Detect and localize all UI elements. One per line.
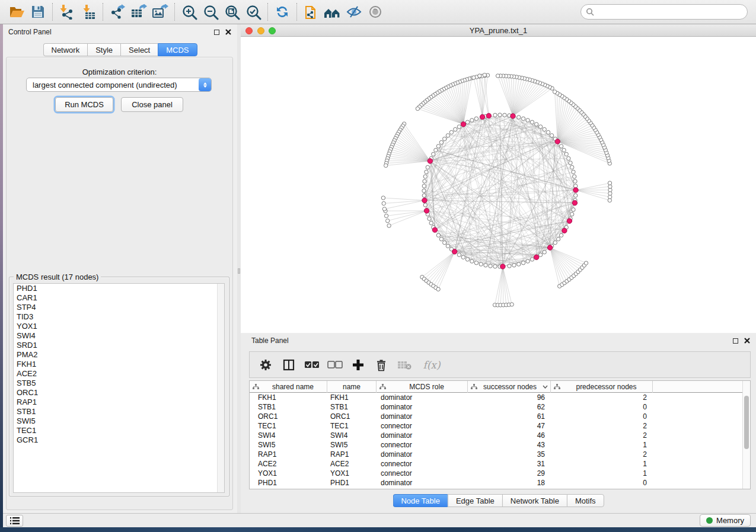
optimization-criterion-label: Optimization criterion: — [7, 68, 232, 76]
mcds-result-item[interactable]: STB5 — [14, 379, 224, 388]
criterion-select[interactable]: largest connected component (undirected) — [26, 78, 212, 92]
mcds-result-item[interactable]: SWI5 — [14, 416, 224, 426]
column-header-successor-nodes[interactable]: successor nodes — [468, 381, 551, 393]
tab-style[interactable]: Style — [87, 43, 120, 56]
cell-successor-nodes: 43 — [468, 441, 551, 449]
table-settings-gear-icon[interactable] — [257, 356, 275, 374]
mcds-result-item[interactable]: TEC1 — [14, 426, 224, 435]
cell-name: RAP1 — [327, 450, 377, 459]
network-canvas[interactable] — [241, 37, 756, 333]
table-row-YOX1[interactable]: YOX1YOX1connector291 — [250, 469, 742, 478]
mcds-result-item[interactable]: YOX1 — [14, 322, 224, 331]
open-file-icon[interactable] — [6, 2, 27, 22]
close-panel-icon[interactable] — [225, 29, 231, 35]
import-table-icon[interactable] — [78, 2, 99, 22]
cell-successor-nodes: 18 — [468, 479, 551, 487]
close-panel-button[interactable]: Close panel — [121, 97, 183, 112]
result-list-scrollbar[interactable] — [217, 284, 224, 492]
delete-column-icon[interactable] — [372, 356, 390, 374]
export-network-icon[interactable] — [107, 2, 128, 22]
network-window-titlebar[interactable]: YPA_prune.txt_1 — [241, 24, 756, 37]
table-row-ORC1[interactable]: ORC1ORC1dominator610 — [250, 412, 742, 421]
mcds-result-item[interactable]: TID3 — [14, 312, 224, 322]
deselect-all-rows-icon[interactable] — [326, 356, 344, 374]
table-row-SWI4[interactable]: SWI4SWI4dominator462 — [250, 431, 742, 440]
memory-status-icon — [706, 517, 713, 524]
close-table-panel-icon[interactable] — [744, 338, 750, 344]
show-column-panel-icon[interactable] — [280, 356, 298, 374]
zoom-in-icon[interactable] — [178, 2, 200, 22]
cell-MCDS-role: dominator — [377, 450, 468, 459]
toolbar-separator — [174, 3, 175, 21]
table-row-PHD1[interactable]: PHD1PHD1dominator180 — [250, 478, 742, 488]
table-tab-node-table[interactable]: Node Table — [393, 494, 448, 507]
column-header-shared-name[interactable]: shared name — [250, 381, 327, 393]
tab-select[interactable]: Select — [120, 43, 158, 56]
cell-predecessor-nodes: 2 — [551, 422, 653, 430]
table-scrollbar[interactable] — [742, 381, 750, 489]
mcds-result-item[interactable]: FKH1 — [14, 360, 224, 369]
table-tab-edge-table[interactable]: Edge Table — [448, 494, 502, 507]
search-icon — [586, 8, 594, 18]
table-tab-network-table[interactable]: Network Table — [502, 494, 567, 507]
cell-shared-name: TEC1 — [250, 422, 327, 430]
zoom-selected-icon[interactable] — [243, 2, 264, 22]
add-column-icon[interactable] — [349, 356, 367, 374]
hide-panel-eye-icon[interactable] — [343, 2, 365, 22]
toolbar-separator — [52, 3, 53, 21]
mcds-result-item[interactable]: ORC1 — [14, 388, 224, 398]
share-network-icon[interactable] — [301, 2, 322, 22]
mcds-result-item[interactable]: PMA2 — [14, 350, 224, 360]
show-panel-eye-icon[interactable] — [365, 2, 386, 22]
run-mcds-button[interactable]: Run MCDS — [55, 97, 113, 112]
search-input[interactable] — [580, 4, 748, 20]
save-session-icon[interactable] — [27, 2, 49, 22]
cell-successor-nodes: 96 — [468, 393, 551, 402]
float-table-panel-icon[interactable] — [733, 338, 738, 344]
mcds-result-item[interactable]: RAP1 — [14, 398, 224, 407]
memory-button[interactable]: Memory — [700, 514, 751, 527]
tab-mcds[interactable]: MCDS — [158, 43, 197, 56]
table-tab-bar: Node TableEdge TableNetwork TableMotifs — [393, 494, 604, 507]
mcds-result-item[interactable]: CAR1 — [14, 293, 224, 303]
cell-predecessor-nodes: 1 — [551, 460, 653, 468]
mcds-result-item[interactable]: GCR1 — [14, 435, 224, 445]
splitter-grip[interactable] — [238, 268, 240, 274]
mcds-result-item[interactable]: STP4 — [14, 303, 224, 312]
table-row-RAP1[interactable]: RAP1RAP1dominator352 — [250, 450, 742, 459]
refresh-icon[interactable] — [272, 2, 293, 22]
mcds-result-item[interactable]: SWI4 — [14, 331, 224, 341]
zoom-out-icon[interactable] — [200, 2, 221, 22]
import-network-icon[interactable] — [56, 2, 78, 22]
column-header-name[interactable]: name — [327, 381, 377, 393]
cell-name: YOX1 — [327, 469, 377, 477]
mcds-result-list[interactable]: PHD1CAR1STP4TID3YOX1SWI4SRD1PMA2FKH1ACE2… — [13, 283, 225, 493]
table-scrollbar-thumb[interactable] — [744, 396, 749, 449]
mcds-result-item[interactable]: PHD1 — [14, 284, 224, 293]
table-panel-title: Table Panel — [241, 336, 289, 345]
select-all-rows-icon[interactable] — [303, 356, 321, 374]
mcds-result-item[interactable]: SRD1 — [14, 341, 224, 350]
float-panel-icon[interactable] — [214, 30, 219, 35]
column-header-predecessor-nodes[interactable]: predecessor nodes — [551, 381, 653, 393]
table-row-SWI5[interactable]: SWI5SWI5connector431 — [250, 440, 742, 450]
tab-network[interactable]: Network — [43, 43, 87, 56]
mcds-result-item[interactable]: ACE2 — [14, 369, 224, 379]
network-window-title: YPA_prune.txt_1 — [241, 26, 756, 35]
cell-successor-nodes: 31 — [468, 460, 551, 468]
network-overview-icon[interactable] — [322, 2, 343, 22]
delete-table-icon-disabled — [395, 356, 413, 374]
column-header-MCDS-role[interactable]: MCDS role — [377, 381, 468, 393]
mcds-result-item[interactable]: STB1 — [14, 407, 224, 416]
table-row-ACE2[interactable]: ACE2ACE2connector311 — [250, 459, 742, 469]
export-table-icon[interactable] — [128, 2, 149, 22]
zoom-fit-icon[interactable] — [221, 2, 243, 22]
export-image-icon[interactable] — [149, 2, 171, 22]
table-row-FKH1[interactable]: FKH1FKH1dominator962 — [250, 393, 742, 402]
table-row-TEC1[interactable]: TEC1TEC1connector472 — [250, 421, 742, 431]
table-row-STB1[interactable]: STB1STB1dominator620 — [250, 402, 742, 412]
cell-successor-nodes: 47 — [468, 422, 551, 430]
cell-MCDS-role: connector — [377, 469, 468, 477]
task-history-button[interactable] — [6, 515, 23, 527]
table-tab-motifs[interactable]: Motifs — [567, 494, 604, 507]
